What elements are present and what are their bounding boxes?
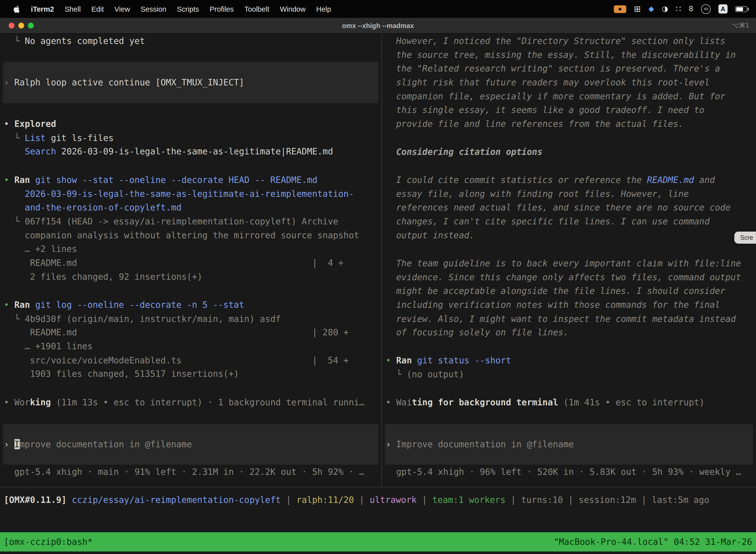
- text-run: evidence. Since this change only affects…: [386, 272, 741, 282]
- dots-app-icon[interactable]: ∷: [676, 5, 681, 13]
- terminal-line: › Ralph loop active continue [OMX_TMUX_I…: [4, 76, 378, 90]
- text-run: [4, 188, 25, 199]
- text-run: team:1 workers: [432, 494, 505, 505]
- text-run: and: [694, 175, 715, 185]
- terminal-line: • Waiting for background terminal (1m 41…: [386, 396, 756, 409]
- tmux-session-label: [omx-cczip0:bash*: [0, 535, 93, 549]
- terminal-line: including verification notes with those …: [386, 298, 756, 312]
- text-run: •: [386, 355, 396, 365]
- text-run: The team guideline is to back every impo…: [386, 258, 741, 268]
- text-run: (11m 13s • esc to interrupt) · 1 backgro…: [51, 397, 364, 407]
- menu-session[interactable]: Session: [135, 5, 172, 13]
- text-run: 067f154 (HEAD -> essay/ai-reimplementati…: [25, 216, 338, 226]
- terminal-line: 1903 files changed, 513517 insertions(+): [4, 367, 381, 381]
- text-run: changes, I can't cite specific file line…: [386, 216, 710, 226]
- terminal-line: slight risk that future readers may over…: [386, 76, 756, 90]
- diamond-app-icon[interactable]: ◆: [649, 5, 654, 12]
- thinking-paragraph-2: I could cite commit statistics or refere…: [382, 173, 756, 242]
- terminal-line: this single essay, it seems like a good …: [386, 104, 756, 117]
- window-titlebar[interactable]: omx --xhigh --madmax ⌥⌘1: [0, 18, 756, 34]
- terminal-line: • Ran git log --oneline --decorate -n 5 …: [4, 298, 381, 312]
- input-source-icon[interactable]: A: [718, 4, 728, 13]
- terminal-line: • Ran git show --stat --oneline --decora…: [4, 173, 381, 187]
- text-run: •: [4, 119, 14, 129]
- panes-bottom-border: [0, 487, 756, 487]
- terminal-line: might be acceptable alongside the file l…: [386, 284, 756, 298]
- terminal-line: └ 4b9d30f (origin/main, instructkr/main,…: [4, 312, 381, 326]
- text-run: ralph:11/20: [296, 494, 354, 505]
- text-run: [30, 175, 35, 185]
- working-status-line: • Working (11m 13s • esc to interrupt) ·…: [0, 396, 381, 409]
- screen-notification-toast[interactable]: Scre: [735, 232, 756, 244]
- grid-app-icon[interactable]: ⊞: [634, 5, 641, 13]
- menu-edit[interactable]: Edit: [86, 5, 109, 13]
- text-run: provide file and line references from th…: [386, 119, 684, 129]
- terminal-line: README.md | 4 +: [4, 256, 381, 270]
- prompt-input[interactable]: › Improve documentation in @filename: [3, 424, 378, 465]
- agents-note: └ No agents completed yet: [0, 34, 381, 48]
- git-status-block: • Ran git status --short └ (no output): [382, 354, 756, 382]
- text-run: review. Also, I might want to inspect th…: [386, 314, 736, 324]
- text-run: I could cite commit statistics or refere…: [386, 175, 647, 185]
- menu-view[interactable]: View: [109, 5, 135, 13]
- left-pane: └ No agents completed yet › Ralph loop a…: [0, 34, 381, 487]
- text-run: 2026-03-09-is-legal-the-same-as-legitima…: [25, 188, 354, 199]
- swirl-app-icon[interactable]: ◑: [662, 5, 668, 12]
- text-run: List: [25, 132, 46, 143]
- text-run: src/voice/voiceModeEnabled.ts | 54 +: [4, 355, 349, 365]
- terminal-line: The team guideline is to back every impo…: [386, 257, 756, 271]
- text-run: … +2 lines: [4, 244, 77, 254]
- menu-help[interactable]: Help: [311, 5, 336, 13]
- text-run: git ls-files: [46, 132, 114, 143]
- text-run: └: [4, 314, 25, 324]
- prompt-line-container: › Improve documentation in @filename: [386, 437, 753, 451]
- terminal-content[interactable]: └ No agents completed yet › Ralph loop a…: [0, 34, 756, 554]
- terminal-line: └ No agents completed yet: [4, 34, 381, 48]
- text-run: README.md: [647, 175, 694, 185]
- text-run: • Wai: [386, 397, 412, 407]
- terminal-line: gpt-5.4 xhigh · main · 91% left · 2.31M …: [4, 465, 381, 479]
- terminal-line: • Working (11m 13s • esc to interrupt) ·…: [4, 396, 381, 409]
- terminal-line: provide file and line references from th…: [386, 117, 756, 131]
- password-manager-icon[interactable]: 8: [689, 5, 693, 12]
- terminal-line: of focusing solely on file lines.: [386, 326, 756, 340]
- terminal-line: … +1901 lines: [4, 340, 381, 354]
- text-run: mprove documentation in @filename: [19, 439, 192, 449]
- terminal-line: output instead.: [386, 229, 756, 242]
- waiting-status-line: • Waiting for background terminal (1m 41…: [382, 396, 756, 409]
- text-run: Ralph loop active continue [OMX_TMUX_INJ…: [14, 77, 244, 87]
- model-statusline: gpt-5.4 xhigh · main · 91% left · 2.31M …: [0, 465, 381, 479]
- menu-toolbelt[interactable]: Toolbelt: [239, 5, 274, 13]
- text-run: 2 files changed, 92 insertions(+): [4, 272, 203, 282]
- terminal-line: the "Related research writing" section i…: [386, 62, 756, 76]
- menu-bar-left: iTerm2 Shell Edit View Session Scripts P…: [0, 4, 336, 13]
- omx-status-bar: [OMX#0.11.9] cczip/essay/ai-reimplementa…: [0, 493, 756, 507]
- text-run: [4, 147, 25, 157]
- terminal-line: └ (no output): [386, 368, 756, 382]
- text-run: [OMX#0.11.9]: [4, 494, 67, 505]
- text-run: ›: [4, 439, 14, 449]
- text-run: Search: [25, 147, 56, 157]
- menu-shell[interactable]: Shell: [59, 5, 86, 13]
- menu-window[interactable]: Window: [274, 5, 311, 13]
- text-run: |: [281, 494, 296, 505]
- text-run: and-the-erosion-of-copyleft.md: [25, 202, 182, 213]
- menu-profiles[interactable]: Profiles: [204, 5, 239, 13]
- thinking-paragraph-1: However, I noticed the "Directory Struct…: [382, 34, 756, 131]
- percent-badge-icon[interactable]: .61: [701, 4, 711, 14]
- thinking-heading: Considering citation options: [382, 145, 756, 159]
- text-run: However, I noticed the "Directory Struct…: [386, 36, 725, 46]
- screen: iTerm2 Shell Edit View Session Scripts P…: [0, 0, 756, 554]
- text-run: including verification notes with those …: [386, 299, 720, 310]
- screen-recording-indicator-icon[interactable]: [614, 5, 626, 13]
- text-run: └: [4, 36, 25, 46]
- menu-scripts[interactable]: Scripts: [172, 5, 204, 13]
- battery-icon[interactable]: [735, 6, 747, 12]
- text-run: └: [4, 132, 25, 143]
- prompt-input-right[interactable]: › Improve documentation in @filename: [385, 424, 753, 465]
- apple-menu-icon[interactable]: [8, 4, 25, 13]
- menu-app-name[interactable]: iTerm2: [25, 5, 59, 13]
- text-run: •: [4, 175, 14, 185]
- terminal-line: Search 2026-03-09-is-legal-the-same-as-l…: [4, 145, 381, 159]
- text-run: slight risk that future readers may over…: [386, 77, 710, 88]
